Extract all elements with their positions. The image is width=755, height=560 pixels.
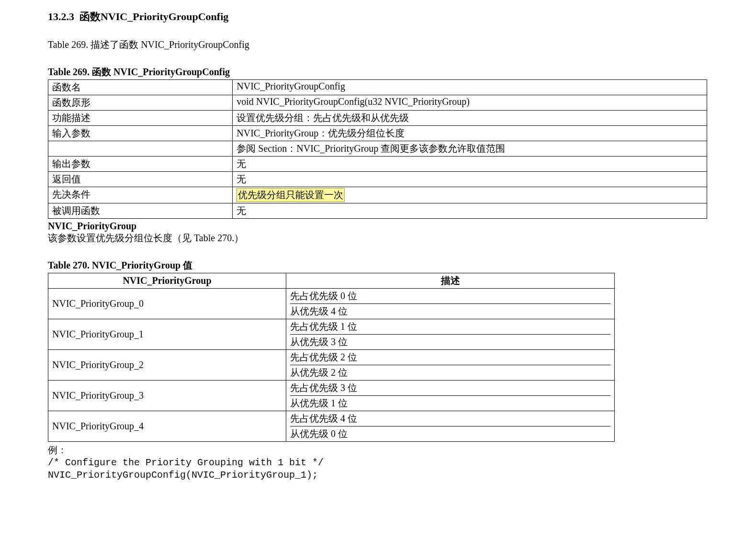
- table-header-row: NVIC_PriorityGroup 描述: [48, 273, 615, 289]
- table-269: 函数名 NVIC_PriorityGroupConfig 函数原形 void N…: [48, 79, 707, 219]
- subheading-desc: 该参数设置优先级分组位长度（见 Table 270.）: [48, 232, 707, 245]
- table-row: 先决条件 优先级分组只能设置一次: [48, 187, 707, 203]
- cell-desc: 先占优先级 2 位 从优先级 2 位: [286, 350, 614, 381]
- cell-desc: 先占优先级 3 位 从优先级 1 位: [286, 381, 614, 411]
- desc-line1: 先占优先级 1 位: [290, 320, 610, 335]
- cell-desc: 先占优先级 1 位 从优先级 3 位: [286, 319, 614, 350]
- section-heading: 13.2.3 函数NVIC_PriorityGroupConfig: [48, 10, 707, 24]
- desc-line2: 从优先级 3 位: [290, 335, 610, 348]
- cell-name: NVIC_PriorityGroup_0: [48, 289, 286, 319]
- cell-label: 输入参数: [48, 126, 233, 141]
- table-row: NVIC_PriorityGroup_4 先占优先级 4 位 从优先级 0 位: [48, 411, 615, 442]
- cell-desc: 先占优先级 0 位 从优先级 4 位: [286, 289, 614, 319]
- table-row: 函数名 NVIC_PriorityGroupConfig: [48, 80, 707, 95]
- desc-line1: 先占优先级 4 位: [290, 412, 610, 426]
- desc-line2: 从优先级 2 位: [290, 365, 610, 379]
- cell-label: 被调用函数: [48, 203, 233, 219]
- example-label: 例：: [48, 444, 707, 457]
- table-row: 功能描述 设置优先级分组：先占优先级和从优先级: [48, 111, 707, 126]
- desc-line2: 从优先级 4 位: [290, 304, 610, 318]
- table-row: 输入参数 NVIC_PriorityGroup：优先级分组位长度: [48, 126, 707, 141]
- section-title-prefix: 函数: [79, 11, 101, 22]
- cell-label: 返回值: [48, 172, 233, 187]
- table-270-caption: Table 270. NVIC_PriorityGroup 值: [48, 259, 707, 272]
- cell-value: 参阅 Section：NVIC_PriorityGroup 查阅更多该参数允许取…: [233, 141, 707, 157]
- cell-label: 功能描述: [48, 111, 233, 126]
- cell-name: NVIC_PriorityGroup_3: [48, 381, 286, 411]
- section-number: 13.2.3: [48, 11, 74, 22]
- table-row: 输出参数 无: [48, 157, 707, 172]
- table-270: NVIC_PriorityGroup 描述 NVIC_PriorityGroup…: [48, 273, 615, 442]
- cell-value: 无: [233, 157, 707, 172]
- table-row: NVIC_PriorityGroup_0 先占优先级 0 位 从优先级 4 位: [48, 289, 615, 319]
- cell-value: NVIC_PriorityGroup：优先级分组位长度: [233, 126, 707, 141]
- cell-name: NVIC_PriorityGroup_4: [48, 411, 286, 442]
- section-title-name: NVIC_PriorityGroupConfig: [101, 11, 228, 22]
- table-header-col1: NVIC_PriorityGroup: [48, 273, 286, 289]
- cell-value: 设置优先级分组：先占优先级和从优先级: [233, 111, 707, 126]
- desc-line2: 从优先级 1 位: [290, 396, 610, 410]
- table-row: NVIC_PriorityGroup_2 先占优先级 2 位 从优先级 2 位: [48, 350, 615, 381]
- table-row: 参阅 Section：NVIC_PriorityGroup 查阅更多该参数允许取…: [48, 141, 707, 157]
- cell-name: NVIC_PriorityGroup_1: [48, 319, 286, 350]
- desc-line1: 先占优先级 0 位: [290, 290, 610, 304]
- cell-label: 函数原形: [48, 95, 233, 111]
- subheading: NVIC_PriorityGroup: [48, 221, 707, 232]
- cell-label: 先决条件: [48, 187, 233, 203]
- table-row: 被调用函数 无: [48, 203, 707, 219]
- cell-value: void NVIC_PriorityGroupConfig(u32 NVIC_P…: [233, 95, 707, 111]
- table-row: 返回值 无: [48, 172, 707, 187]
- table-269-caption: Table 269. 函数 NVIC_PriorityGroupConfig: [48, 66, 707, 78]
- intro-text: Table 269. 描述了函数 NVIC_PriorityGroupConfi…: [48, 38, 707, 51]
- highlighted-text: 优先级分组只能设置一次: [237, 188, 345, 202]
- cell-value: 无: [233, 172, 707, 187]
- cell-label-empty: [48, 141, 233, 157]
- cell-desc: 先占优先级 4 位 从优先级 0 位: [286, 411, 614, 442]
- code-example: /* Configure the Priority Grouping with …: [48, 457, 707, 482]
- cell-value: NVIC_PriorityGroupConfig: [233, 80, 707, 95]
- table-row: 函数原形 void NVIC_PriorityGroupConfig(u32 N…: [48, 95, 707, 111]
- desc-line1: 先占优先级 2 位: [290, 351, 610, 365]
- table-row: NVIC_PriorityGroup_1 先占优先级 1 位 从优先级 3 位: [48, 319, 615, 350]
- table-header-col2: 描述: [286, 273, 614, 289]
- table-row: NVIC_PriorityGroup_3 先占优先级 3 位 从优先级 1 位: [48, 381, 615, 411]
- desc-line2: 从优先级 0 位: [290, 426, 610, 440]
- cell-value: 无: [233, 203, 707, 219]
- cell-name: NVIC_PriorityGroup_2: [48, 350, 286, 381]
- cell-label: 输出参数: [48, 157, 233, 172]
- cell-label: 函数名: [48, 80, 233, 95]
- cell-value: 优先级分组只能设置一次: [233, 187, 707, 203]
- desc-line1: 先占优先级 3 位: [290, 381, 610, 396]
